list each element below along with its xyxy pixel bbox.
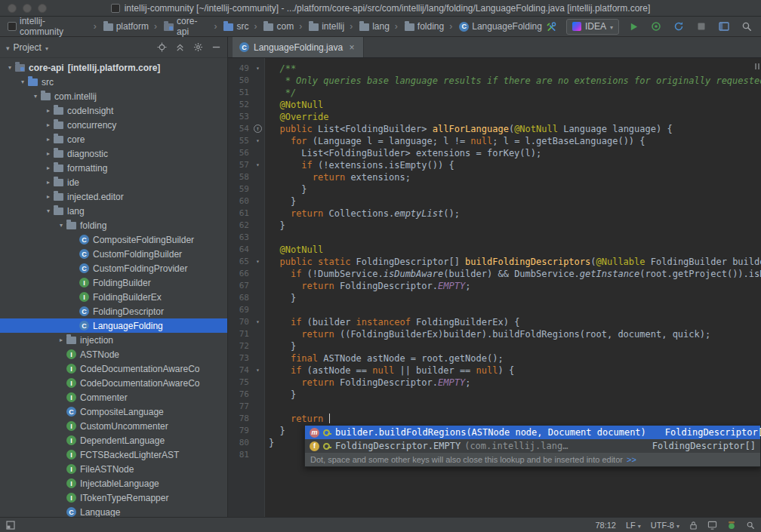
line-number[interactable]: 72 (228, 340, 251, 352)
tree-item-FileASTNode[interactable]: FileASTNode (0, 462, 227, 476)
code-line-76[interactable]: 76 } (228, 389, 761, 401)
expand-arrow-icon[interactable]: ▾ (43, 208, 54, 214)
line-number[interactable]: 81 (228, 449, 251, 461)
line-number[interactable]: 77 (228, 401, 251, 413)
tree-item-Language[interactable]: Language (0, 505, 227, 517)
line-separator-select[interactable]: LF (626, 521, 641, 530)
close-window-button[interactable] (8, 4, 17, 13)
tree-item-com.intellij[interactable]: ▾com.intellij (0, 89, 227, 103)
code-line-67[interactable]: 67 return FoldingDescriptor.EMPTY; (228, 280, 761, 292)
tree-item-InjectableLanguage[interactable]: InjectableLanguage (0, 476, 227, 490)
lock-icon[interactable] (689, 521, 698, 530)
line-number[interactable]: 60 (228, 195, 251, 208)
breadcrumb-item-intellij-community[interactable]: intellij-community (6, 14, 90, 38)
tree-item-concurrency[interactable]: ▸concurrency (0, 118, 227, 132)
code-line-60[interactable]: 60 } (228, 195, 761, 208)
code-line-56[interactable]: 56 List<FoldingBuilder> extensions = for… (228, 147, 761, 159)
line-number[interactable]: 75 (228, 377, 251, 389)
code-line-49[interactable]: 49▾ /** (228, 63, 761, 75)
stop-button[interactable] (693, 18, 710, 35)
line-number[interactable]: 74 (228, 364, 251, 377)
line-number[interactable]: 69 (228, 304, 251, 316)
collapse-arrow-icon[interactable]: ▸ (43, 150, 54, 157)
search-everywhere-button[interactable] (738, 18, 755, 35)
tree-item-LanguageFolding[interactable]: LanguageFolding (0, 318, 227, 333)
expand-arrow-icon[interactable]: ▾ (56, 222, 66, 229)
tab-languagefolding[interactable]: LanguageFolding.java (233, 37, 364, 57)
caret-position-widget[interactable]: 78:12 (595, 521, 616, 530)
tree-item-FoldingDescriptor[interactable]: FoldingDescriptor (0, 304, 227, 318)
line-number[interactable]: 58 (228, 171, 251, 183)
code-line-57[interactable]: 57▾ if (!extensions.isEmpty()) { (228, 159, 761, 171)
completion-hint-link[interactable]: >> (627, 454, 636, 466)
line-number[interactable]: 80 (228, 437, 251, 449)
line-number[interactable]: 65 (228, 256, 251, 268)
tree-item-CustomUncommenter[interactable]: CustomUncommenter (0, 419, 227, 433)
line-number[interactable]: 56 (228, 147, 251, 159)
expand-arrow-icon[interactable]: ▾ (5, 64, 15, 71)
tool-window-toggle-icon[interactable] (6, 521, 15, 530)
run-button[interactable] (625, 18, 642, 35)
locate-file-button[interactable] (157, 42, 167, 52)
tree-item-FoldingBuilder[interactable]: FoldingBuilder (0, 275, 227, 290)
code-line-51[interactable]: 51 */ (228, 87, 761, 99)
collapse-arrow-icon[interactable]: ▸ (43, 107, 54, 114)
line-number[interactable]: 73 (228, 352, 251, 364)
code-line-61[interactable]: 61 return Collections.emptyList(); (228, 208, 761, 220)
line-number[interactable]: 61 (228, 208, 251, 220)
minimize-window-button[interactable] (23, 4, 32, 13)
code-line-75[interactable]: 75 return FoldingDescriptor.EMPTY; (228, 377, 761, 389)
tree-item-CompositeLanguage[interactable]: CompositeLanguage (0, 404, 227, 419)
tree-item-FoldingBuilderEx[interactable]: FoldingBuilderEx (0, 290, 227, 304)
code-line-50[interactable]: 50 * Only queries base language results … (228, 75, 761, 87)
expand-arrow-icon[interactable]: ▾ (30, 93, 41, 100)
hide-panel-button[interactable] (211, 42, 221, 52)
line-number[interactable]: 53 (228, 111, 251, 123)
expand-arrow-icon[interactable]: ▾ (17, 78, 28, 85)
completion-item[interactable]: builder.buildFoldRegions(ASTNode node, D… (305, 426, 760, 439)
fold-marker-icon[interactable]: ▾ (251, 364, 264, 377)
code-line-65[interactable]: 65▾ public static FoldingDescriptor[] bu… (228, 256, 761, 268)
code-line-70[interactable]: 70▾ if (builder instanceof FoldingBuilde… (228, 316, 761, 328)
line-number[interactable]: 67 (228, 280, 251, 292)
tree-item-formatting[interactable]: ▸formatting (0, 161, 227, 175)
collapse-arrow-icon[interactable]: ▸ (56, 337, 66, 343)
code-line-72[interactable]: 72 } (228, 340, 761, 352)
tree-item-ITokenTypeRemapper[interactable]: ITokenTypeRemapper (0, 490, 227, 505)
breadcrumb-item-src[interactable]: src (210, 20, 250, 33)
screen-reader-icon[interactable] (707, 521, 717, 530)
tree-item-CustomFoldingProvider[interactable]: CustomFoldingProvider (0, 261, 227, 275)
line-number[interactable]: 54 (228, 123, 251, 135)
build-project-button[interactable] (544, 18, 560, 35)
line-number[interactable]: 62 (228, 220, 251, 232)
code-line-64[interactable]: 64 @NotNull (228, 244, 761, 256)
code-line-66[interactable]: 66 if (!DumbService.isDumbAware(builder)… (228, 268, 761, 280)
line-number[interactable]: 70 (228, 316, 251, 328)
collapse-all-button[interactable] (175, 42, 185, 52)
tree-item-CustomFoldingBuilder[interactable]: CustomFoldingBuilder (0, 247, 227, 261)
fold-marker-icon[interactable]: ▾ (251, 159, 264, 171)
tree-item-core[interactable]: ▸core (0, 132, 227, 146)
tree-item-CompositeFoldingBuilder[interactable]: CompositeFoldingBuilder (0, 232, 227, 247)
breadcrumb-item-LanguageFolding[interactable]: LanguageFolding (445, 20, 544, 33)
breadcrumb-item-core-api[interactable]: core-api (150, 14, 210, 38)
code-line-69[interactable]: 69 (228, 304, 761, 316)
tree-item-core-api[interactable]: ▾core-api[intellij.platform.core] (0, 60, 227, 75)
code-line-78[interactable]: 78 return (228, 413, 761, 425)
chevron-down-icon[interactable] (45, 42, 48, 53)
completion-item[interactable]: FoldingDescriptor.EMPTY(com.intellij.lan… (305, 439, 760, 453)
line-number[interactable]: 50 (228, 75, 251, 87)
code-line-63[interactable]: 63 (228, 232, 761, 244)
line-number[interactable]: 57 (228, 159, 251, 171)
code-line-73[interactable]: 73 final ASTNode astNode = root.getNode(… (228, 352, 761, 364)
collapse-arrow-icon[interactable]: ▸ (43, 193, 54, 200)
code-line-54[interactable]: 54↑ public List<FoldingBuilder> allForLa… (228, 123, 761, 135)
close-icon[interactable] (347, 43, 356, 52)
fold-marker-icon[interactable]: ▾ (251, 256, 264, 268)
tree-item-codeInsight[interactable]: ▸codeInsight (0, 103, 227, 118)
line-number[interactable]: 78 (228, 413, 251, 425)
line-number[interactable]: 55 (228, 135, 251, 147)
line-number[interactable]: 68 (228, 292, 251, 304)
breadcrumb-item-com[interactable]: com (250, 20, 295, 33)
collapse-arrow-icon[interactable]: ▸ (43, 136, 54, 143)
